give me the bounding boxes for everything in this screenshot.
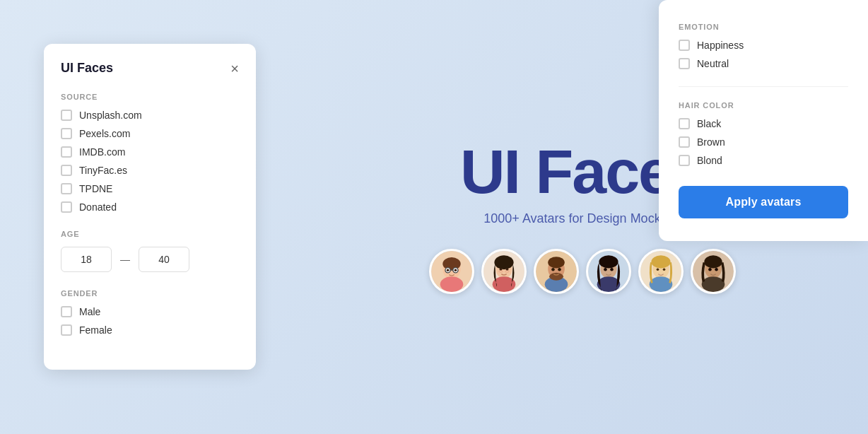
panel-title: UI Faces xyxy=(61,61,113,76)
svg-point-22 xyxy=(551,268,555,271)
age-inputs: — xyxy=(61,247,239,272)
hair-color-checkbox-group: BlackBrownBlond xyxy=(679,118,848,166)
apply-avatars-button[interactable]: Apply avatars xyxy=(679,186,848,218)
svg-point-11 xyxy=(493,276,516,292)
emotion-checkbox-neutral[interactable]: Neutral xyxy=(679,58,848,69)
svg-point-33 xyxy=(651,255,670,268)
svg-point-8 xyxy=(454,269,457,271)
age-min-input[interactable] xyxy=(61,247,112,272)
source-checkbox-label-tpdne: TPDNE xyxy=(79,183,112,194)
hair-checkbox-label-black: Black xyxy=(697,118,721,129)
source-checkbox-input-tinyfac[interactable] xyxy=(61,165,72,176)
source-checkbox-tpdne[interactable]: TPDNE xyxy=(61,183,239,194)
source-checkbox-label-tinyfac: TinyFac.es xyxy=(79,165,127,176)
source-checkbox-tinyfac[interactable]: TinyFac.es xyxy=(61,165,239,176)
close-button[interactable]: × xyxy=(230,61,239,76)
avatars-row xyxy=(429,249,736,294)
svg-point-28 xyxy=(604,268,607,271)
svg-point-26 xyxy=(597,276,621,292)
source-checkbox-label-pexels: Pexels.com xyxy=(79,128,130,139)
panel-header: UI Faces × xyxy=(61,61,239,76)
avatar-4 xyxy=(586,249,631,294)
gender-section-label: GENDER xyxy=(61,289,239,298)
age-section-label: AGE xyxy=(61,230,239,238)
hair-checkbox-blond[interactable]: Blond xyxy=(679,155,848,166)
source-checkbox-group: Unsplash.comPexels.comIMDB.comTinyFac.es… xyxy=(61,110,239,213)
hair-checkbox-brown[interactable]: Brown xyxy=(679,136,848,148)
avatar-5 xyxy=(638,249,684,294)
svg-point-12 xyxy=(494,255,513,269)
source-checkbox-input-donated[interactable] xyxy=(61,201,72,213)
svg-point-34 xyxy=(657,268,659,271)
svg-point-23 xyxy=(558,268,561,271)
emotion-checkbox-group: HappinessNeutral xyxy=(679,40,848,69)
gender-checkbox-input-female[interactable] xyxy=(61,324,72,336)
hair-color-section-label: HAIR COLOR xyxy=(679,101,848,110)
gender-checkbox-group: MaleFemale xyxy=(61,306,239,336)
gender-checkbox-label-female: Female xyxy=(79,324,112,336)
avatar-1 xyxy=(429,249,474,294)
source-checkbox-imdb[interactable]: IMDB.com xyxy=(61,146,239,158)
age-dash: — xyxy=(120,254,130,265)
source-checkbox-label-donated: Donated xyxy=(79,201,117,213)
main-subtitle: 1000+ Avatars for Design Mockups xyxy=(483,211,681,226)
svg-point-3 xyxy=(442,257,460,270)
svg-point-38 xyxy=(702,276,725,292)
gender-section: GENDER MaleFemale xyxy=(61,289,239,336)
svg-point-20 xyxy=(548,257,565,268)
svg-point-32 xyxy=(650,276,673,292)
emotion-checkbox-happiness[interactable]: Happiness xyxy=(679,40,848,51)
avatar-3 xyxy=(534,249,579,294)
svg-point-7 xyxy=(447,269,450,271)
hair-checkbox-input-brown[interactable] xyxy=(679,136,690,148)
source-checkbox-input-unsplash[interactable] xyxy=(61,110,72,121)
emotion-checkbox-label-happiness: Happiness xyxy=(697,40,744,51)
source-checkbox-unsplash[interactable]: Unsplash.com xyxy=(61,110,239,121)
avatar-2 xyxy=(481,249,527,294)
emotion-section-label: EMOTION xyxy=(679,23,848,31)
source-checkbox-input-tpdne[interactable] xyxy=(61,183,72,194)
svg-point-27 xyxy=(599,255,618,268)
svg-point-21 xyxy=(549,272,563,280)
hair-checkbox-black[interactable]: Black xyxy=(679,118,848,129)
svg-point-39 xyxy=(704,255,722,268)
hair-checkbox-label-blond: Blond xyxy=(697,155,722,166)
source-checkbox-label-imdb: IMDB.com xyxy=(79,146,125,158)
source-checkbox-input-imdb[interactable] xyxy=(61,146,72,158)
source-section-label: SOURCE xyxy=(61,93,239,101)
gender-checkbox-label-male: Male xyxy=(79,306,100,317)
svg-point-35 xyxy=(663,268,666,271)
age-max-input[interactable] xyxy=(139,247,189,272)
hair-checkbox-input-black[interactable] xyxy=(679,118,690,129)
emotion-checkbox-input-neutral[interactable] xyxy=(679,58,690,69)
hair-checkbox-label-brown: Brown xyxy=(697,136,725,148)
gender-checkbox-female[interactable]: Female xyxy=(61,324,239,336)
svg-point-29 xyxy=(610,268,614,271)
avatar-6 xyxy=(691,249,736,294)
source-checkbox-pexels[interactable]: Pexels.com xyxy=(61,128,239,139)
source-checkbox-donated[interactable]: Donated xyxy=(61,201,239,213)
gender-checkbox-male[interactable]: Male xyxy=(61,306,239,317)
emotion-checkbox-label-neutral: Neutral xyxy=(697,58,729,69)
svg-point-40 xyxy=(708,268,712,271)
svg-point-41 xyxy=(715,268,718,271)
hair-checkbox-input-blond[interactable] xyxy=(679,155,690,166)
svg-point-2 xyxy=(440,276,464,292)
age-section: AGE — xyxy=(61,230,239,272)
divider xyxy=(679,86,848,87)
right-panel: EMOTION HappinessNeutral HAIR COLOR Blac… xyxy=(659,0,868,241)
source-checkbox-label-unsplash: Unsplash.com xyxy=(79,110,142,121)
left-panel: UI Faces × SOURCE Unsplash.comPexels.com… xyxy=(44,44,256,370)
gender-checkbox-input-male[interactable] xyxy=(61,306,72,317)
source-checkbox-input-pexels[interactable] xyxy=(61,128,72,139)
emotion-checkbox-input-happiness[interactable] xyxy=(679,40,690,51)
